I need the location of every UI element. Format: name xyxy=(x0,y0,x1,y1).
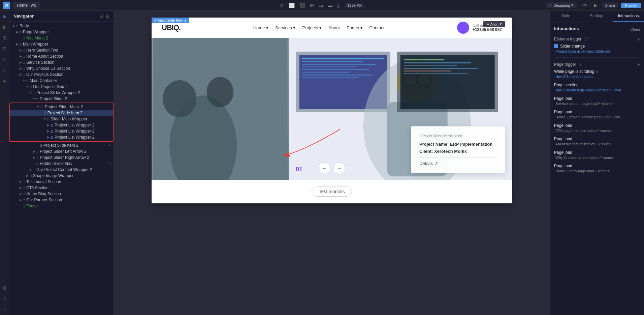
code-editor-button[interactable]: </> xyxy=(579,2,589,8)
tree-item-page-wrapper[interactable]: ▶ □ Page Wrapper xyxy=(9,29,114,35)
add-page-trigger-button[interactable]: + xyxy=(637,62,640,67)
cms-icon[interactable]: ⊟ xyxy=(3,46,7,51)
add-icon[interactable]: + xyxy=(109,143,111,147)
tree-item-right-arrow[interactable]: ▶ ○ Project Slider Right Arrow 2 xyxy=(9,154,114,161)
collapse-panel-icon[interactable]: ⊟ xyxy=(99,13,103,19)
slider-change-checkbox[interactable] xyxy=(554,44,558,48)
trigger-page-scrolled-value[interactable]: Nav 2 scrolled up / Nav 2 scrolled Down xyxy=(554,88,640,92)
tree-item-shape-image[interactable]: ▶ □ Shape Image Wrapper xyxy=(9,173,114,179)
tree-item-body[interactable]: ▶ □ Body xyxy=(9,23,114,29)
expand-panel-icon[interactable]: ⊞ xyxy=(106,13,109,19)
grid-icon[interactable]: ⊞ xyxy=(310,3,314,8)
add-element-trigger-button[interactable]: + xyxy=(637,36,640,42)
members-icon[interactable]: ○ xyxy=(3,67,6,73)
tab-style[interactable]: Style xyxy=(550,11,581,22)
nav-item-home[interactable]: Home ▾ xyxy=(253,25,268,30)
trigger-page-load-4-value[interactable]: About fun fact animation / <none> xyxy=(554,142,640,146)
mobile-portrait-icon[interactable]: ▯ xyxy=(337,3,340,8)
trigger-page-load-5-value[interactable]: Why Choose us animation / <none> xyxy=(554,155,640,160)
tree-item-list-wrapper-3[interactable]: ▶ ⊞ Project List Wrapper 2 xyxy=(10,134,113,140)
current-page-tab[interactable]: Home Two xyxy=(13,2,40,9)
tree-item-projects-grid[interactable]: ▼ □ Our Projects Grid 2 xyxy=(9,84,114,90)
card-details-link[interactable]: Details xyxy=(419,161,497,166)
tree-item-main-container[interactable]: ▼ □ Main Container xyxy=(9,78,114,84)
tree-item-slider-main[interactable]: ▼ □ Slider Main Wrapper xyxy=(10,116,113,122)
canvas-content: Project Slide Item 2 ≡ Align ▾ UBIQ. Hom… xyxy=(114,11,550,315)
slider-change-value[interactable]: Project Slide in / Project Slide out xyxy=(554,49,640,53)
desktop-icon[interactable]: 🖥 xyxy=(280,3,284,8)
site-preview[interactable]: Project Slide Item 2 ≡ Align ▾ UBIQ. Hom… xyxy=(152,18,512,203)
visibility-icon[interactable]: ⬡ xyxy=(107,162,111,166)
tree-item-list-wrapper-2[interactable]: ▶ ⊞ Project List Wrapper 2 xyxy=(10,128,113,134)
navigator-header-icons: ⊟ ⊞ xyxy=(99,13,109,19)
tab-settings[interactable]: Settings xyxy=(581,11,613,22)
navigator-icon[interactable]: ⊞ xyxy=(3,13,7,19)
help-icon[interactable]: ? xyxy=(3,296,6,302)
tree-item-project-slider[interactable]: ▼ □ Project Slider 2 xyxy=(9,96,114,102)
tree-item-project-content[interactable]: ▶ □ Our Project Content Wrapper 2 xyxy=(9,167,114,173)
trigger-page-load-3-value[interactable]: CTA page load animation / <none> xyxy=(554,128,640,133)
settings-icon[interactable]: ⚙ xyxy=(2,285,7,291)
desktop-wide-icon[interactable]: ⬜ xyxy=(289,3,295,8)
tree-item-list-wrapper-1[interactable]: ▶ ⊞ Project List Wrapper 2 xyxy=(10,122,113,128)
nav-item-contact[interactable]: Contact xyxy=(369,25,385,30)
hero-section: Project Slider Details Block Project Nam… xyxy=(152,38,512,180)
tree-item-slide-item[interactable]: ▶ S Project Slide Item 2 + xyxy=(10,110,113,116)
add-icon[interactable]: + xyxy=(108,111,110,115)
trigger-page-load-2-value[interactable]: Home 2 project section page load / <no..… xyxy=(554,115,640,119)
nav-item-pages[interactable]: Pages ▾ xyxy=(347,25,362,30)
trigger-page-load-1-value[interactable]: Service section page load / <none> xyxy=(554,102,640,106)
trigger-scrolling-label: While page is scrolling ↻ xyxy=(554,69,640,74)
tree-item-slide-item-b[interactable]: ▶ S Project Slide Item 2 + xyxy=(9,142,114,148)
ecommerce-icon[interactable]: ⊡ xyxy=(3,57,7,62)
next-arrow-button[interactable]: → xyxy=(333,162,345,174)
tree-item-hero-section[interactable]: ▶ □ Hero Section Two xyxy=(9,47,114,53)
trigger-scrolling-value[interactable]: Nav 2 Scroll Animation xyxy=(554,75,640,79)
tree-item-partner[interactable]: ▶ □ Our Partner Section xyxy=(9,197,114,203)
webflow-logo[interactable]: W xyxy=(3,2,10,9)
tree-item-footer[interactable]: ▶ □ Footer xyxy=(9,203,114,209)
element-icon: □ xyxy=(23,204,25,208)
assets-icon[interactable]: ◫ xyxy=(2,35,7,40)
tree-item-service[interactable]: ▶ □ Service Section xyxy=(9,59,114,65)
align-badge[interactable]: ≡ Align ▾ xyxy=(483,21,505,27)
tree-item-main-wrapper[interactable]: ▶ □ Main Wrapper xyxy=(9,41,114,47)
trigger-page-load-6-value[interactable]: Home 2 hero page load / <none> xyxy=(554,169,640,173)
chevron-icon: ▶ xyxy=(19,73,22,76)
tree-item-cta[interactable]: ▶ □ CTA Section xyxy=(9,185,114,191)
tablet-landscape-icon[interactable]: ⬛ xyxy=(299,3,305,8)
share-button[interactable]: Share xyxy=(602,3,618,8)
chevron-icon: ▶ xyxy=(19,55,22,58)
nav-item-services[interactable]: Services ▾ xyxy=(275,25,295,30)
publish-button[interactable]: Publish xyxy=(621,3,641,8)
page-trigger-title: Page trigger ⓘ xyxy=(554,62,582,67)
element-trigger-info-icon[interactable]: ⓘ xyxy=(584,37,588,41)
preview-play-button[interactable]: ▶ xyxy=(592,2,599,8)
nav-item-about[interactable]: About xyxy=(328,25,340,30)
tree-item-home-about[interactable]: ▶ □ Home About Section xyxy=(9,53,114,59)
refresh-icon: ↻ xyxy=(595,70,598,74)
mobile-landscape-icon[interactable]: ▬ xyxy=(328,3,332,8)
mode-selector[interactable]: ✓ Designing ▾ xyxy=(546,2,577,8)
tree-item-projects[interactable]: ▶ □ Our Projects Section xyxy=(9,71,114,78)
tree-item-hidden-nav[interactable]: ▶ □ Hidden Slider Nav ⬡ xyxy=(9,161,114,167)
clean-button[interactable]: Clean xyxy=(630,27,640,31)
components-icon[interactable]: ◧ xyxy=(2,24,7,30)
nav-item-projects[interactable]: Projects ▾ xyxy=(302,25,322,30)
tree-item-nav-menu[interactable]: ▶ □ Nav Menu 2 xyxy=(9,35,114,41)
tab-interactions[interactable]: Interactions xyxy=(613,11,644,22)
search-icon[interactable]: ⌕ xyxy=(3,307,6,312)
logic-icon[interactable]: ◈ xyxy=(3,78,6,84)
tree-label-main-container: Main Container xyxy=(30,78,57,83)
page-trigger-info-icon[interactable]: ⓘ xyxy=(579,62,582,66)
tree-item-slider-mask[interactable]: ▼ ☑ Project Slider Mask 2 xyxy=(10,104,113,110)
tree-item-home-blog[interactable]: ▶ □ Home Blog Section xyxy=(9,191,114,197)
tree-item-choose[interactable]: ▶ □ Why Choose Us Section xyxy=(9,65,114,71)
tree-label-body: Body xyxy=(20,24,29,28)
prev-arrow-button[interactable]: ← xyxy=(318,162,330,174)
tree-item-testimonial[interactable]: ▶ □ Testimonial Section xyxy=(9,179,114,185)
svg-rect-24 xyxy=(404,59,444,60)
tree-item-slider-wrapper[interactable]: ▼ □ Project Slider Wrapper 2 xyxy=(9,90,114,96)
tree-item-left-arrow[interactable]: ▶ ○ Project Slider Left Arrow 2 xyxy=(9,148,114,154)
tablet-portrait-icon[interactable]: ▭ xyxy=(319,3,323,8)
